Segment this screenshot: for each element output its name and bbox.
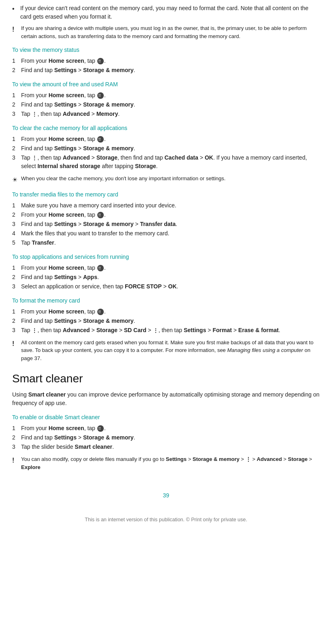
step-sc-3: 3 Tap the slider beside Smart cleaner.: [12, 443, 320, 451]
step-text: Find and tap Settings > Storage & memory…: [21, 433, 320, 442]
apps-icon: [97, 425, 104, 432]
steps-list-4: 1 Make sure you have a memory card inser…: [12, 201, 320, 247]
step-text: From your Home screen, tap .: [21, 211, 320, 219]
step-num: 5: [12, 239, 21, 247]
section-format-card: To format the memory card 1 From your Ho…: [12, 296, 320, 335]
warning-symbol-1: !: [12, 25, 21, 34]
step-num: 3: [12, 326, 21, 335]
step-5-1: 1 From your Home screen, tap .: [12, 264, 320, 272]
step-6-2: 2 Find and tap Settings > Storage & memo…: [12, 317, 320, 325]
step-text: Find and tap Settings > Storage & memory…: [21, 100, 320, 109]
warning-text-2: All content on the memory card gets eras…: [21, 339, 320, 363]
step-text: Tap ⋮, then tap Advanced > Storage, then…: [21, 154, 320, 171]
step-text: Tap the slider beside Smart cleaner.: [21, 443, 320, 451]
smart-cleaner-intro: Using Smart cleaner you can improve devi…: [12, 390, 320, 407]
step-4-5: 5 Tap Transfer.: [12, 239, 320, 247]
step-num: 1: [12, 201, 21, 210]
warning-block-1: ! If you are sharing a device with multi…: [12, 24, 320, 40]
section-heading-6: To format the memory card: [12, 296, 320, 305]
step-4-4: 4 Mark the files that you want to transf…: [12, 229, 320, 238]
page-footer: This is an internet version of this publ…: [12, 516, 320, 524]
step-num: 3: [12, 443, 21, 451]
step-num: 1: [12, 424, 21, 433]
step-num: 2: [12, 144, 21, 153]
warning-symbol-final: !: [12, 456, 21, 465]
warning-block-final: ! You can also modify, copy or delete fi…: [12, 455, 320, 471]
steps-list-sc: 1 From your Home screen, tap . 2 Find an…: [12, 424, 320, 451]
tip-symbol-1: ☀: [12, 175, 21, 185]
step-num: 1: [12, 264, 21, 272]
step-6-3: 3 Tap ⋮, then tap Advanced > Storage > S…: [12, 326, 320, 335]
steps-list-2: 1 From your Home screen, tap . 2 Find an…: [12, 91, 320, 118]
steps-list-3: 1 From your Home screen, tap . 2 Find an…: [12, 135, 320, 171]
step-5-2: 2 Find and tap Settings > Apps.: [12, 273, 320, 281]
step-text: From your Home screen, tap .: [21, 135, 320, 143]
section-clear-cache: To clear the cache memory for all applic…: [12, 124, 320, 171]
section-heading-smart-cleaner: To enable or disable Smart cleaner: [12, 413, 320, 422]
smart-cleaner-heading: Smart cleaner: [12, 370, 320, 387]
section-heading-5: To stop applications and services from r…: [12, 253, 320, 261]
step-sc-1: 1 From your Home screen, tap .: [12, 424, 320, 433]
section-stop-apps: To stop applications and services from r…: [12, 253, 320, 291]
apps-icon: [97, 92, 104, 99]
step-text: Tap Transfer.: [21, 239, 320, 247]
steps-list-6: 1 From your Home screen, tap . 2 Find an…: [12, 307, 320, 335]
tip-block-1: ☀ When you clear the cache memory, you d…: [12, 175, 320, 185]
section-heading-1: To view the memory status: [12, 46, 320, 54]
warning-text-1: If you are sharing a device with multipl…: [21, 24, 320, 40]
step-num: 2: [12, 433, 21, 442]
page-number: 39: [12, 491, 320, 500]
step-text: From your Home screen, tap .: [21, 91, 320, 100]
apps-icon: [97, 212, 104, 218]
steps-list-5: 1 From your Home screen, tap . 2 Find an…: [12, 264, 320, 291]
section-view-ram: To view the amount of free and used RAM …: [12, 80, 320, 118]
section-heading-2: To view the amount of free and used RAM: [12, 80, 320, 89]
step-3-2: 2 Find and tap Settings > Storage & memo…: [12, 144, 320, 153]
step-1-1: 1 From your Home screen, tap .: [12, 57, 320, 65]
step-text: Tap ⋮, then tap Advanced > Storage > SD …: [21, 326, 320, 335]
step-sc-2: 2 Find and tap Settings > Storage & memo…: [12, 433, 320, 442]
apps-icon: [97, 309, 104, 315]
step-num: 4: [12, 229, 21, 238]
step-num: 2: [12, 100, 21, 109]
bullet-text: If your device can't read content on the…: [20, 4, 320, 21]
step-5-3: 3 Select an application or service, then…: [12, 282, 320, 291]
apps-icon: [97, 265, 104, 271]
step-num: 3: [12, 220, 21, 228]
apps-icon: [97, 136, 104, 143]
step-num: 3: [12, 110, 21, 118]
step-text: From your Home screen, tap .: [21, 264, 320, 272]
step-num: 1: [12, 135, 21, 143]
warning-block-2: ! All content on the memory card gets er…: [12, 339, 320, 363]
bullet-symbol: •: [12, 4, 20, 21]
section-transfer-media: To transfer media files to the memory ca…: [12, 190, 320, 247]
step-num: 2: [12, 317, 21, 325]
step-num: 2: [12, 211, 21, 219]
step-3-1: 1 From your Home screen, tap .: [12, 135, 320, 143]
step-num: 3: [12, 154, 21, 171]
section-heading-3: To clear the cache memory for all applic…: [12, 124, 320, 132]
step-num: 1: [12, 307, 21, 316]
bullet-intro: • If your device can't read content on t…: [12, 4, 320, 21]
step-text: Find and tap Settings > Storage & memory…: [21, 66, 320, 75]
step-text: Find and tap Settings > Storage & memory…: [21, 144, 320, 153]
tip-text-1: When you clear the cache memory, you don…: [21, 175, 320, 183]
step-2-3: 3 Tap ⋮, then tap Advanced > Memory.: [12, 110, 320, 118]
warning-text-final: You can also modify, copy or delete file…: [21, 455, 320, 471]
step-num: 1: [12, 91, 21, 100]
step-text: Mark the files that you want to transfer…: [21, 229, 320, 238]
step-num: 2: [12, 66, 21, 75]
step-6-1: 1 From your Home screen, tap .: [12, 307, 320, 316]
step-text: Make sure you have a memory card inserte…: [21, 201, 320, 210]
step-text: Select an application or service, then t…: [21, 282, 320, 291]
step-text: Find and tap Settings > Storage & memory…: [21, 220, 320, 228]
page-number-container: 39 This is an internet version of this p…: [12, 491, 320, 524]
warning-symbol-2: !: [12, 339, 21, 349]
steps-list-1: 1 From your Home screen, tap . 2 Find an…: [12, 57, 320, 75]
step-text: Tap ⋮, then tap Advanced > Memory.: [21, 110, 320, 118]
step-text: Find and tap Settings > Apps.: [21, 273, 320, 281]
step-4-3: 3 Find and tap Settings > Storage & memo…: [12, 220, 320, 228]
apps-icon: [97, 58, 104, 64]
step-text: From your Home screen, tap .: [21, 57, 320, 65]
step-num: 3: [12, 282, 21, 291]
